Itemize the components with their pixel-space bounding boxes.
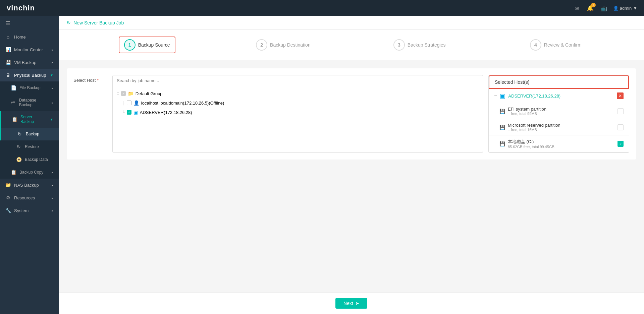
sidebar-item-physical-backup[interactable]: 🖥 Physical Backup ▼ (0, 69, 59, 81)
partition-icon-c: 💾 (499, 141, 505, 146)
sidebar-item-backup-data[interactable]: 📀 Backup Data (0, 153, 59, 166)
next-button[interactable]: Next ➤ (335, 298, 367, 309)
host-selector: □ ✓ 📁 Default Group ├ 👤 (112, 75, 629, 153)
sidebar-item-backup[interactable]: ↻ Backup (0, 128, 59, 140)
system-icon: 🔧 (5, 208, 11, 213)
sidebar-item-label: Physical Backup (14, 73, 46, 78)
logo-suffix: chin (18, 4, 35, 12)
step-1-circle: 1 (124, 39, 136, 51)
backup-copy-icon: 📋 (11, 170, 16, 175)
sidebar-item-nas-backup[interactable]: 📁 NAS Backup ▸ (0, 179, 59, 191)
sidebar-item-system[interactable]: 🔧 System ▸ (0, 204, 59, 217)
monitor-icon[interactable]: 📺 (600, 4, 608, 12)
user-menu[interactable]: 👤 admin ▼ (613, 6, 637, 11)
sidebar-item-label: Database Backup (19, 98, 48, 107)
tree-checkbox-root[interactable]: ✓ (121, 91, 126, 96)
user-label: admin (620, 6, 632, 11)
tree-checkbox-adserver[interactable]: ✓ (127, 110, 131, 115)
sidebar-item-resources[interactable]: ⚙ Resources ▸ (0, 191, 59, 204)
sidebar-toggle[interactable]: ☰ (0, 16, 59, 30)
step-1: 1 Backup Source (79, 37, 215, 53)
tree-expand-icon[interactable]: □ (117, 91, 119, 96)
backup-data-icon: 📀 (16, 157, 21, 162)
main-layout: ☰ ⌂ Home 📊 Monitor Center ▸ 💾 VM Backup … (0, 16, 644, 314)
sidebar-item-restore[interactable]: ↻ Restore (0, 140, 59, 153)
required-marker: * (97, 78, 99, 83)
host-tree-panel: □ ✓ 📁 Default Group ├ 👤 (112, 75, 483, 153)
sidebar-item-label: Backup (26, 132, 39, 136)
notification-icon[interactable]: 🔔 1 (586, 4, 594, 12)
sidebar-item-label: Restore (25, 144, 39, 149)
sidebar-item-label: Backup Copy (19, 170, 43, 175)
partition-row-ms: 💾 Microsoft reserved partition – free, t… (489, 119, 629, 135)
partition-sub-efi: – free, total 99MB (508, 112, 615, 116)
tree-node-label: ADSERVER(172.18.26.28) (140, 110, 192, 115)
user-icon: 👤 (613, 6, 619, 11)
partition-check-efi[interactable] (618, 108, 624, 114)
sidebar-item-home[interactable]: ⌂ Home (0, 30, 59, 43)
chevron-right-icon: ▸ (52, 86, 53, 90)
sidebar-item-vm-backup[interactable]: 💾 VM Backup ▸ (0, 56, 59, 69)
sidebar-item-database-backup[interactable]: 🗃 Database Backup ▸ (0, 94, 59, 111)
sidebar-sub-physical: 📄 File Backup ▸ 🗃 Database Backup ▸ 📋 Se… (0, 81, 59, 179)
partition-name-ms: Microsoft reserved partition (508, 123, 615, 128)
sidebar-item-file-backup[interactable]: 📄 File Backup ▸ (0, 81, 59, 94)
step-3-wrapper: 3 Backup Strategies (388, 37, 451, 53)
tree-checkbox-localhost[interactable] (127, 101, 131, 105)
sidebar-item-label: NAS Backup (14, 183, 39, 188)
step-1-label: Backup Source (138, 42, 170, 48)
partition-icon-efi: 💾 (499, 109, 505, 114)
sidebar-item-label: Monitor Center (14, 47, 43, 52)
home-icon: ⌂ (5, 34, 11, 40)
sidebar-sub-server: ↻ Backup ↻ Restore 📀 Backup Data (0, 128, 59, 166)
step-2: 2 Backup Destination (215, 37, 351, 53)
app-logo: vinchin (7, 4, 35, 12)
notification-badge: 1 (591, 3, 596, 7)
next-label: Next (343, 301, 353, 306)
chevron-down-icon: ▼ (50, 73, 53, 77)
step-2-wrapper: 2 Backup Destination (251, 37, 316, 53)
physical-backup-icon: 🖥 (5, 72, 11, 78)
tree-node-root[interactable]: □ ✓ 📁 Default Group (113, 89, 483, 98)
step-4-label: Review & Confirm (544, 42, 582, 48)
chevron-right-icon: ▸ (52, 48, 53, 52)
selected-hosts-header: Selected Host(s) (489, 75, 629, 89)
step-3-label: Backup Strategies (408, 42, 446, 48)
bottom-bar: Next ➤ (59, 292, 644, 314)
topbar-right: ✉ 🔔 1 📺 👤 admin ▼ (573, 4, 637, 12)
chevron-right-icon: ▸ (52, 196, 53, 200)
step-4: 4 Review & Confirm (488, 37, 624, 53)
sidebar-item-monitor[interactable]: 📊 Monitor Center ▸ (0, 43, 59, 56)
partition-check-ms[interactable] (618, 124, 624, 130)
message-icon[interactable]: ✉ (573, 4, 581, 12)
tree-node-adserver[interactable]: └ ✓ ▣ ADSERVER(172.18.26.28) (113, 108, 483, 117)
topbar: vinchin ✉ 🔔 1 📺 👤 admin ▼ (0, 0, 644, 16)
tree-node-localhost[interactable]: ├ 👤 localhost.localdomain(172.18.26.5)(O… (113, 98, 483, 108)
sidebar-item-label: Server Backup (20, 115, 47, 124)
refresh-icon[interactable]: ↻ (67, 20, 71, 25)
sidebar-item-label: File Backup (19, 85, 41, 90)
partition-name-efi: EFI system partition (508, 107, 615, 112)
partition-icon-ms: 💾 (499, 125, 505, 130)
sidebar-item-label: Home (14, 35, 26, 40)
chevron-right-icon: ▸ (52, 183, 53, 187)
windows-os-icon: ▣ (500, 92, 505, 100)
chevron-down-icon: ▼ (633, 6, 637, 11)
sidebar-item-label: System (14, 208, 29, 213)
backup-icon: ↻ (17, 131, 22, 137)
remove-host-button[interactable]: ✕ (617, 92, 624, 99)
partition-info-c: 本地磁盘 (C:) 85.62GB free, total 99.45GB (508, 139, 615, 149)
host-search-input[interactable] (113, 75, 483, 86)
step-2-label: Backup Destination (270, 42, 311, 48)
file-backup-icon: 📄 (11, 85, 16, 90)
partition-row-efi: 💾 EFI system partition – free, total 99M… (489, 103, 629, 119)
collapse-icon[interactable]: − (494, 93, 497, 99)
select-host-row: Select Host * □ ✓ � (73, 75, 629, 153)
sidebar-item-backup-copy[interactable]: 📋 Backup Copy ▸ (0, 166, 59, 179)
tree-node-label: Default Group (136, 91, 163, 96)
linux-icon: 👤 (133, 100, 139, 106)
sidebar-item-server-backup[interactable]: 📋 Server Backup ▼ (0, 111, 59, 128)
step-4-wrapper: 4 Review & Confirm (525, 37, 587, 53)
sidebar: ☰ ⌂ Home 📊 Monitor Center ▸ 💾 VM Backup … (0, 16, 59, 314)
partition-check-c[interactable]: ✓ (618, 141, 624, 147)
